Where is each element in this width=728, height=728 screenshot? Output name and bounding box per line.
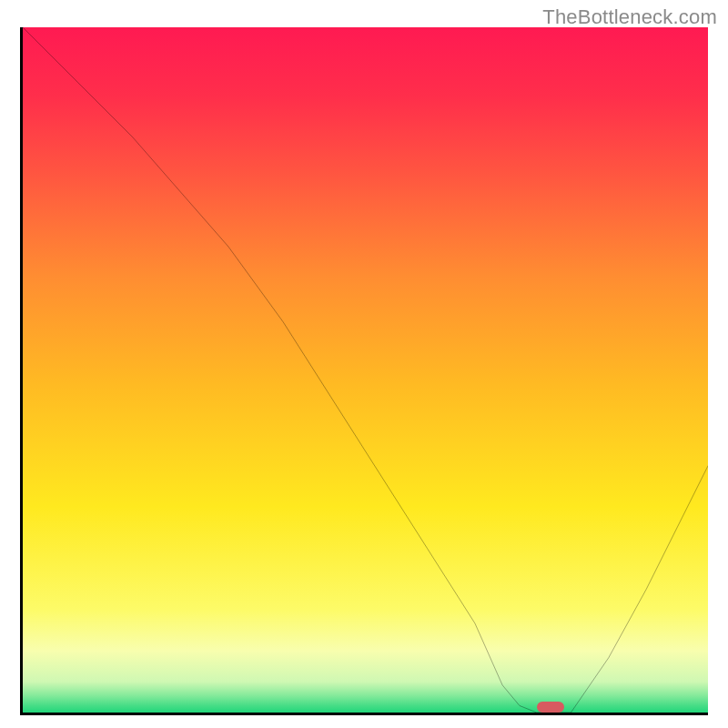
attribution-text: TheBottleneck.com bbox=[542, 5, 717, 29]
chart-area bbox=[20, 27, 708, 715]
optimal-marker bbox=[537, 702, 564, 713]
chart-curve bbox=[23, 27, 708, 713]
